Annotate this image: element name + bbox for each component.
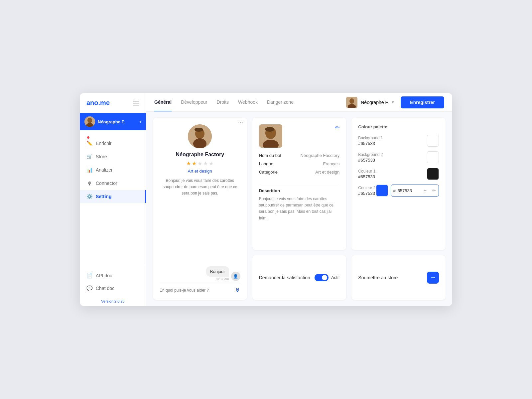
color-c1-row: Couleur 1 #657533 xyxy=(358,168,439,180)
bg1-swatch[interactable] xyxy=(427,135,439,147)
preview-card: ··· Néographe Factory ★ ★ ★ ★ ★ xyxy=(153,118,247,300)
chat-input-row: 🎙 xyxy=(160,284,240,293)
sidebar-docs: 📄 API doc 💬 Chat doc xyxy=(80,266,146,297)
setting-icon: ⚙️ xyxy=(86,194,92,200)
preview-bot-name: Néographe Factory xyxy=(176,152,224,158)
content-grid: ✏ Nom du bot Néographe Facctory Langue F… xyxy=(146,112,452,306)
enrichir-icon: ✏️ xyxy=(86,140,92,146)
sidebar-item-api-doc[interactable]: 📄 API doc xyxy=(80,269,146,282)
color-c2-row: Couleur 2 #657533 # + ✏ xyxy=(358,185,439,197)
star-1: ★ xyxy=(186,160,191,167)
sidebar-user-row[interactable]: Néographe F. ▾ xyxy=(80,113,146,130)
bot-langue-value: Français xyxy=(323,161,339,166)
bot-name-label: Nom du bot xyxy=(259,153,281,158)
menu-icon[interactable] xyxy=(133,101,139,105)
sidebar-header: ano.me xyxy=(80,93,146,113)
color-add-icon[interactable]: + xyxy=(421,188,429,194)
sidebar-item-analizer[interactable]: 📊 Analizer xyxy=(80,164,146,176)
save-button[interactable]: Enregistrer xyxy=(401,96,444,108)
sidebar-label-enrichir: Enrichir xyxy=(96,141,111,146)
sidebar-item-setting[interactable]: ⚙️ Setting xyxy=(80,190,146,203)
topbar-user[interactable]: Néographe F. ▾ xyxy=(346,97,394,108)
color-hash: # xyxy=(391,188,397,193)
toggle-row: Actif xyxy=(315,274,339,281)
color-bg1-row: Background 1 #657533 xyxy=(358,135,439,147)
bot-categorie-field: Catégorie Art et design xyxy=(259,170,340,175)
bg2-hex: #657533 xyxy=(358,158,383,163)
sidebar-item-store[interactable]: 🛒 Store xyxy=(80,150,146,163)
sidebar-item-connector[interactable]: 🎙 Connector xyxy=(80,177,146,190)
sidebar-item-enrichir[interactable]: ✏️ Enrichir xyxy=(80,137,146,150)
preview-avatar xyxy=(188,124,212,148)
description-label: Descrition xyxy=(259,188,340,193)
analizer-icon: 📊 xyxy=(86,167,92,173)
store-icon: 🛒 xyxy=(86,154,92,160)
bg1-hex: #657533 xyxy=(358,141,383,146)
svg-point-4 xyxy=(349,98,354,104)
satisfaction-toggle[interactable] xyxy=(315,274,329,281)
chat-input[interactable] xyxy=(160,288,232,293)
tab-danger[interactable]: Danger zone xyxy=(267,93,294,111)
chat-user-icon: 👤 xyxy=(231,272,240,281)
bot-categorie-value: Art et design xyxy=(315,170,339,175)
tabs: Général Développeur Droits Webhook Dange… xyxy=(154,93,294,111)
color-hex-input[interactable] xyxy=(398,188,421,193)
bot-avatar xyxy=(259,124,282,148)
colour-palette-card: Colour palette Background 1 #657533 Back… xyxy=(351,118,446,250)
bot-name-field: Nom du bot Néographe Facctory xyxy=(259,153,340,158)
preview-category[interactable]: Art et design xyxy=(188,169,212,174)
chat-bubble-row: Bonjour 10:37 am 👤 xyxy=(160,266,240,281)
enrichir-dot xyxy=(87,136,89,139)
sidebar-user-avatar xyxy=(84,116,95,127)
tab-general[interactable]: Général xyxy=(154,93,172,111)
sidebar: ano.me Néographe F. ▾ ✏️ Enrichir xyxy=(80,93,146,306)
star-3: ★ xyxy=(198,160,202,167)
svg-rect-9 xyxy=(265,127,274,132)
chat-bubble: Bonjour xyxy=(206,266,229,277)
color-edit-icon[interactable]: ✏ xyxy=(429,188,439,193)
star-rating: ★ ★ ★ ★ ★ xyxy=(186,160,213,167)
c1-hex: #657533 xyxy=(358,174,375,179)
bot-langue-field: Langue Français xyxy=(259,161,340,166)
submit-label: Soumettre au store xyxy=(358,275,398,280)
chat-time: 10:37 am xyxy=(206,277,229,281)
sidebar-chevron-icon: ▾ xyxy=(140,120,141,124)
tab-webhook[interactable]: Webhook xyxy=(238,93,258,111)
c2-swatch[interactable] xyxy=(376,185,388,197)
star-2: ★ xyxy=(192,160,197,167)
sidebar-label-analizer: Analizer xyxy=(96,167,113,173)
bot-name-value: Néographe Facctory xyxy=(301,153,340,158)
c1-label: Couleur 1 xyxy=(358,169,375,174)
chat-message-text: Bonjour xyxy=(210,269,225,274)
tab-droits[interactable]: Droits xyxy=(217,93,229,111)
mic-icon[interactable]: 🎙 xyxy=(235,287,240,293)
satisfaction-label: Demander la satisfaction xyxy=(259,275,310,280)
color-bg2-row: Background 2 #657533 xyxy=(358,151,439,163)
star-4: ★ xyxy=(203,160,208,167)
c1-swatch[interactable] xyxy=(427,168,439,180)
main-content: Général Développeur Droits Webhook Dange… xyxy=(146,93,452,306)
chat-doc-icon: 💬 xyxy=(86,285,92,291)
topbar: Général Développeur Droits Webhook Dange… xyxy=(146,93,452,112)
sidebar-label-chat-doc: Chat doc xyxy=(96,286,114,291)
preview-description: Bonjour, je vais vous faire des carottes… xyxy=(160,178,240,197)
sidebar-item-chat-doc[interactable]: 💬 Chat doc xyxy=(80,282,146,295)
bot-langue-label: Langue xyxy=(259,161,273,166)
svg-rect-13 xyxy=(195,128,203,132)
satisfaction-card: Demander la satisfaction Actif xyxy=(252,255,346,300)
description-text: Bonjour, je vais vous faire des carottes… xyxy=(259,196,340,221)
topbar-user-name: Néographe F. xyxy=(361,100,389,105)
star-5: ★ xyxy=(209,160,213,167)
c2-hex: #657533 xyxy=(358,191,375,196)
tab-developpeur[interactable]: Développeur xyxy=(181,93,207,111)
more-options-icon[interactable]: ··· xyxy=(237,119,244,125)
app-version: Version 2.0.25 xyxy=(80,297,146,306)
bot-info-card: ✏ Nom du bot Néographe Facctory Langue F… xyxy=(252,118,346,250)
api-doc-icon: 📄 xyxy=(86,273,92,279)
divider xyxy=(259,184,340,184)
bg2-swatch[interactable] xyxy=(427,151,439,163)
sidebar-label-setting: Setting xyxy=(96,194,111,199)
submit-button[interactable]: → xyxy=(427,272,439,284)
edit-icon[interactable]: ✏ xyxy=(335,124,339,131)
sidebar-label-connector: Connector xyxy=(96,181,117,186)
